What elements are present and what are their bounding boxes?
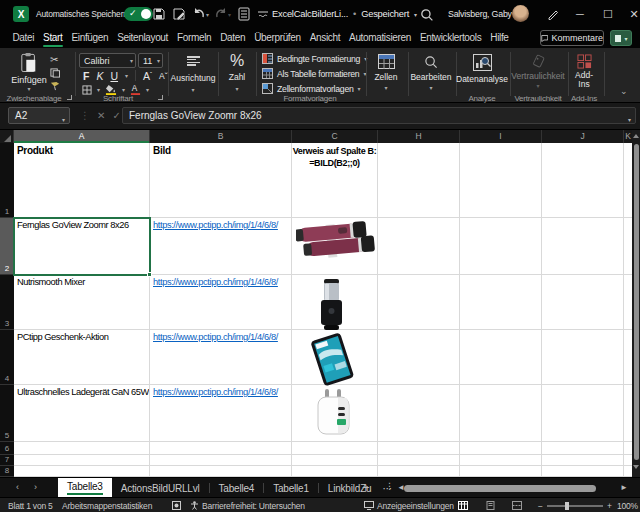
row-header-2[interactable]: 2 (0, 218, 14, 275)
paste-button[interactable]: Einfügen ▾ (10, 52, 48, 94)
row-header-7[interactable]: 7 (0, 455, 14, 466)
tab-daten[interactable]: Daten (216, 28, 250, 48)
cell-styles-button[interactable]: Zellenformatvorlagen▾ (262, 83, 360, 94)
cell-c2[interactable] (292, 218, 378, 275)
prev-sheet-icon[interactable]: ‹ (16, 482, 19, 492)
row-header-5[interactable]: 5 (0, 385, 14, 442)
search-icon[interactable] (420, 8, 434, 22)
row-header-6[interactable]: 6 (0, 442, 14, 455)
avatar[interactable] (512, 5, 529, 22)
redo-icon[interactable] (214, 7, 228, 21)
display-settings-button[interactable]: Anzeigeeinstellungen (364, 498, 454, 512)
page-break-view-button[interactable] (512, 498, 522, 512)
zoom-slider-thumb[interactable] (565, 502, 569, 510)
font-size-select[interactable]: 11▾ (138, 53, 163, 68)
cell-a2[interactable]: Fernglas GoView Zoomr 8x26 (14, 218, 150, 275)
undo-dropdown-icon[interactable]: ▾ (206, 11, 209, 18)
name-box[interactable]: A2▾ (8, 107, 70, 124)
tab-ansicht[interactable]: Ansicht (305, 28, 344, 48)
column-header-c[interactable]: C (292, 130, 378, 143)
cell-c3[interactable] (292, 275, 378, 330)
cut-icon[interactable]: ✂ (50, 55, 60, 65)
vertical-scrollbar[interactable] (632, 130, 640, 477)
cell-b3-link[interactable]: https://www.pctipp.ch/img/1/4/6/8/ (150, 275, 292, 330)
undo-icon[interactable] (192, 7, 206, 21)
row-header-1[interactable]: 1 (0, 143, 14, 218)
decrease-font-button[interactable]: Aˇ (159, 71, 168, 81)
font-dialog-launcher-icon[interactable] (158, 95, 163, 100)
comments-button[interactable]: Kommentare (540, 30, 604, 46)
cancel-formula-icon[interactable]: ✕ (97, 110, 105, 121)
normal-view-button[interactable] (458, 498, 468, 512)
alignment-group[interactable]: Ausrichtung ▾ (170, 52, 216, 93)
cell-b2-link[interactable]: https://www.pctipp.ch/img/1/4/6/8/ (150, 218, 292, 275)
sheet-tab-tabelle1[interactable]: Tabelle1 (264, 478, 318, 498)
increase-font-button[interactable]: Aˆ (143, 70, 152, 82)
tab-seitenlayout[interactable]: Seitenlayout (113, 28, 173, 48)
vertical-scroll-thumb[interactable] (634, 144, 639, 460)
user-name[interactable]: Salvisberg, Gaby (448, 9, 512, 19)
collapse-ribbon-icon[interactable]: ⌄ (620, 86, 628, 96)
horizontal-scroll-thumb[interactable] (404, 485, 596, 492)
minimize-button[interactable]: ─ (572, 6, 588, 22)
underline-button[interactable]: U (110, 70, 118, 82)
cell-c4[interactable] (292, 330, 378, 385)
sheet-tab-linkbildzu[interactable]: LinkbildZu (319, 478, 381, 498)
number-group[interactable]: % Zahl ▾ (220, 52, 254, 92)
column-header-a[interactable]: A (14, 130, 150, 143)
share-button[interactable]: ▾ (610, 30, 632, 46)
format-painter-icon[interactable] (50, 81, 60, 91)
column-header-k[interactable]: K (624, 130, 632, 143)
column-header-b[interactable]: B (150, 130, 292, 143)
column-header-j[interactable]: J (542, 130, 624, 143)
autosave-toggle[interactable]: ✓ (124, 7, 153, 21)
tab-start[interactable]: Start (39, 28, 67, 48)
editing-group[interactable]: Bearbeiten ▾ (408, 52, 454, 91)
cell-a5[interactable]: Ultraschnelles Ladegerät GaN 65W (14, 385, 150, 442)
borders-icon[interactable] (82, 85, 92, 95)
zoom-slider-track[interactable] (547, 505, 603, 507)
maximize-button[interactable]: ☐ (600, 6, 616, 22)
zoom-level-label[interactable]: 100% (617, 498, 638, 512)
clipboard-dialog-launcher-icon[interactable] (67, 95, 72, 100)
pen-icon[interactable] (546, 7, 560, 21)
row-header-4[interactable]: 4 (0, 330, 14, 385)
scroll-up-icon[interactable] (633, 134, 639, 138)
workbook-icon[interactable] (237, 7, 251, 21)
tab-hilfe[interactable]: Hilfe (486, 28, 513, 48)
column-header-h[interactable]: H (378, 130, 460, 143)
conditional-formatting-button[interactable]: Bedingte Formatierung▾ (262, 53, 367, 64)
zoom-in-button[interactable]: + (607, 498, 612, 512)
hscroll-right-icon[interactable]: ► (620, 483, 628, 492)
bold-button[interactable]: F (83, 70, 89, 82)
save-icon[interactable] (152, 7, 166, 21)
cell-b1[interactable]: Bild (150, 143, 292, 218)
tab-entwicklertools[interactable]: Entwicklertools (415, 28, 485, 48)
cell-a1[interactable]: Produkt (14, 143, 150, 218)
select-all-corner[interactable] (0, 130, 14, 143)
excel-logo-icon[interactable]: X (13, 6, 29, 22)
row-header-8[interactable]: 8 (0, 466, 14, 477)
page-layout-view-button[interactable] (486, 498, 495, 512)
close-button[interactable]: ✕ (626, 6, 640, 22)
cells-group[interactable]: Zellen ▾ (368, 52, 404, 91)
column-header-i[interactable]: I (460, 130, 542, 143)
row-header-3[interactable]: 3 (0, 275, 14, 330)
sheet-tab-tabelle4[interactable]: Tabelle4 (210, 478, 264, 498)
redo-dropdown-icon[interactable]: ▾ (228, 11, 231, 18)
sheet-tab-tabelle3[interactable]: Tabelle3 (58, 478, 112, 498)
cell-a3[interactable]: Nutrismooth Mixer (14, 275, 150, 330)
enter-formula-icon[interactable]: ✓ (112, 110, 120, 121)
macro-record-icon[interactable] (172, 498, 181, 512)
tab-formeln[interactable]: Formeln (173, 28, 216, 48)
tab-options-icon[interactable]: ⋮ (385, 481, 394, 491)
scroll-down-icon[interactable] (633, 465, 639, 469)
cell-c5[interactable] (292, 385, 378, 442)
workbook-stats-button[interactable]: Arbeitsmappenstatistiken (62, 498, 152, 512)
tab-automatisieren[interactable]: Automatisieren (345, 28, 416, 48)
tab-ueberpruefen[interactable]: Überprüfen (250, 28, 306, 48)
cell-a4[interactable]: PCtipp Geschenk-Aktion (14, 330, 150, 385)
cell-b4-link[interactable]: https://www.pctipp.ch/img/1/4/6/8/ (150, 330, 292, 385)
cell-b5-link[interactable]: https://www.pctipp.ch/img/1/4/6/8/ (150, 385, 292, 442)
format-as-table-button[interactable]: Als Tabelle formatieren▾ (262, 68, 366, 79)
